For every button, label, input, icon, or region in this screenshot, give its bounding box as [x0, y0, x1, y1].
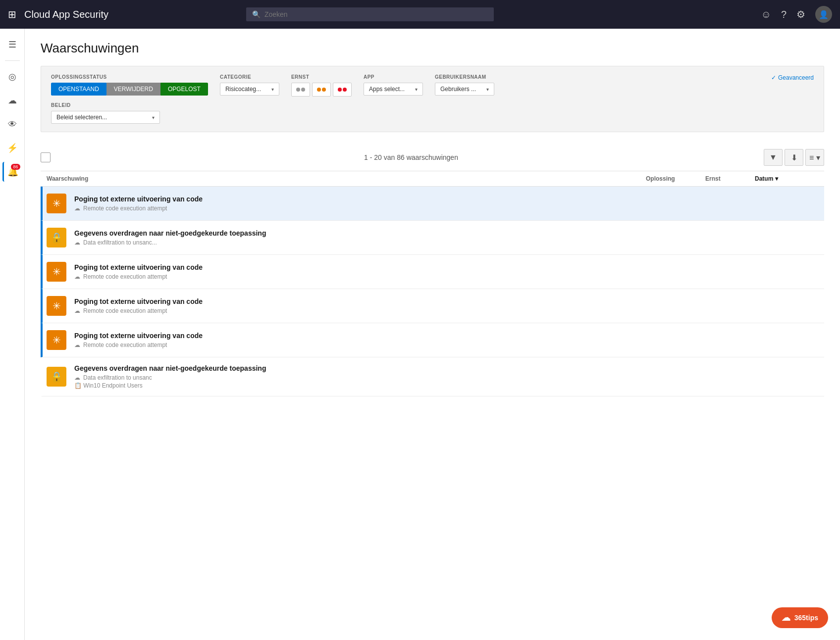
category-value: Risicocateg...	[225, 86, 261, 93]
view-button[interactable]: ≡ ▾	[805, 149, 824, 166]
policy-value: Beleid selecteren...	[56, 114, 107, 121]
gear-icon[interactable]: ⚙	[796, 8, 805, 20]
select-all-checkbox[interactable]	[41, 152, 51, 162]
app-title: Cloud App Security	[24, 9, 108, 20]
category-chevron-icon: ▾	[271, 87, 274, 92]
alert-content-2: Poging tot externe uitvoering van code ☁…	[74, 263, 646, 280]
table-row[interactable]: 🔒 Gegevens overdragen naar niet-goedgeke…	[41, 357, 824, 396]
col-header-solution: Oplossing	[646, 175, 705, 182]
download-button[interactable]: ⬇	[785, 149, 803, 166]
table-row[interactable]: ✳ Poging tot externe uitvoering van code…	[41, 289, 824, 323]
help-icon[interactable]: ?	[781, 9, 787, 20]
sev-dot-gray-1	[296, 88, 300, 92]
policy-filter-group: BELEID Beleid selecteren... ▾	[51, 102, 160, 124]
smiley-icon[interactable]: ☺	[761, 9, 771, 20]
alert-content-1: Gegevens overdragen naar niet-goedgekeur…	[74, 229, 646, 246]
filter-button[interactable]: ▼	[764, 149, 783, 166]
username-filter-group: GEBRUIKERSNAAM Gebruikers ... ▾	[435, 74, 494, 96]
top-nav: ⊞ Cloud App Security 🔍 ☺ ? ⚙ 👤	[0, 0, 840, 29]
alert-title-0: Poging tot externe uitvoering van code	[74, 195, 646, 203]
avatar[interactable]: 👤	[815, 6, 832, 23]
sev-dot-orange-1	[317, 88, 321, 92]
table-row[interactable]: 🔒 Gegevens overdragen naar niet-goedgeke…	[41, 221, 824, 255]
status-btn-openstaand[interactable]: OPENSTAAND	[51, 83, 106, 96]
dashboard-icon: ◎	[8, 71, 16, 82]
cloud-small-icon: ☁	[74, 374, 80, 381]
main-content: Waarschuwingen OPLOSSINGSSTATUS OPENSTAA…	[25, 29, 840, 640]
cloud-small-icon: ☁	[74, 307, 80, 314]
view-icon: ≡ ▾	[809, 153, 820, 162]
cloud-small-icon: ☁	[74, 205, 80, 212]
watermark-icon: ☁	[782, 612, 790, 623]
alert-content-4: Poging tot externe uitvoering van code ☁…	[74, 332, 646, 348]
app-filter-group: APP Apps select... ▾	[364, 74, 423, 96]
col-header-datum[interactable]: Datum ▾	[755, 175, 824, 182]
app-chevron-icon: ▾	[415, 87, 418, 92]
cloud-icon: ☁	[8, 95, 17, 106]
alert-icon-0: ✳	[47, 194, 66, 213]
alert-content-3: Poging tot externe uitvoering van code ☁…	[74, 297, 646, 314]
sev-dot-red-1	[338, 88, 342, 92]
sev-dot-red-2	[343, 88, 347, 92]
sev-btn-low[interactable]	[291, 83, 310, 97]
username-value: Gebruikers ...	[440, 86, 476, 93]
table-row[interactable]: ✳ Poging tot externe uitvoering van code…	[41, 255, 824, 289]
sort-icon: ▾	[775, 175, 778, 182]
alert-sub-4: ☁ Remote code execution attempt	[74, 342, 646, 348]
alert-title-1: Gegevens overdragen naar niet-goedgekeur…	[74, 229, 646, 237]
status-label: OPLOSSINGSSTATUS	[51, 74, 208, 80]
sidebar-item-control[interactable]: ⚡	[2, 138, 22, 158]
username-label: GEBRUIKERSNAAM	[435, 74, 494, 80]
filter-row-1: OPLOSSINGSSTATUS OPENSTAAND VERWIJDERD O…	[51, 74, 814, 97]
sev-btn-high[interactable]	[333, 83, 352, 97]
search-bar[interactable]: 🔍	[246, 7, 494, 21]
alert-sub-0: ☁ Remote code execution attempt	[74, 205, 646, 212]
alerts-badge: 86	[11, 164, 20, 170]
alert-icon-5: 🔒	[47, 367, 66, 387]
sev-dot-gray-2	[301, 88, 305, 92]
grid-icon[interactable]: ⊞	[8, 8, 16, 20]
alert-sub-2: ☁ Remote code execution attempt	[74, 273, 646, 280]
alert-content-0: Poging tot externe uitvoering van code ☁…	[74, 195, 646, 212]
alert-sub-5: ☁ Data exfiltration to unsanc	[74, 374, 646, 381]
sidebar-item-cloud[interactable]: ☁	[2, 91, 22, 110]
username-select[interactable]: Gebruikers ... ▾	[435, 83, 494, 96]
policy-select[interactable]: Beleid selecteren... ▾	[51, 111, 160, 124]
filter-bar: OPLOSSINGSSTATUS OPENSTAAND VERWIJDERD O…	[41, 66, 824, 132]
alert-sub-1: ☁ Data exfiltration to unsanc...	[74, 239, 646, 246]
status-btn-opgelost[interactable]: OPGELOST	[160, 83, 208, 96]
datum-label: Datum	[755, 175, 773, 182]
status-btn-verwijderd[interactable]: VERWIJDERD	[106, 83, 160, 96]
table-row[interactable]: ✳ Poging tot externe uitvoering van code…	[41, 323, 824, 357]
severity-filter-group: ERNST	[291, 74, 352, 97]
alert-content-5: Gegevens overdragen naar niet-goedgekeur…	[74, 364, 646, 389]
table-row[interactable]: ✳ Poging tot externe uitvoering van code…	[41, 187, 824, 221]
category-select[interactable]: Risicocateg... ▾	[220, 83, 279, 96]
cloud-small-icon: ☁	[74, 342, 80, 348]
table-header: Waarschuwing Oplossing Ernst Datum ▾	[41, 171, 824, 187]
alert-title-3: Poging tot externe uitvoering van code	[74, 297, 646, 305]
search-input[interactable]	[264, 10, 488, 18]
watermark-text: 365tips	[794, 614, 818, 622]
policy-label: BELEID	[51, 102, 160, 108]
menu-icon: ☰	[8, 39, 16, 50]
sev-btn-medium[interactable]	[312, 83, 331, 97]
sidebar-item-investigate[interactable]: 👁	[2, 114, 22, 134]
investigate-icon: 👁	[8, 119, 17, 130]
toolbar-actions: ▼ ⬇ ≡ ▾	[764, 149, 824, 166]
alerts-list: ✳ Poging tot externe uitvoering van code…	[41, 187, 824, 396]
advanced-link[interactable]: ✓ Geavanceerd	[771, 74, 814, 81]
category-filter-group: CATEGORIE Risicocateg... ▾	[220, 74, 279, 96]
alert-title-2: Poging tot externe uitvoering van code	[74, 263, 646, 271]
alert-icon-4: ✳	[47, 330, 66, 350]
app-select[interactable]: Apps select... ▾	[364, 83, 423, 96]
app-value: Apps select...	[369, 86, 405, 93]
severity-buttons	[291, 83, 352, 97]
sidebar-item-menu[interactable]: ☰	[2, 35, 22, 54]
sidebar-item-dashboard[interactable]: ◎	[2, 67, 22, 87]
control-icon: ⚡	[7, 143, 18, 153]
filter-icon: ▼	[769, 153, 777, 162]
checkmark-icon: ✓	[771, 74, 776, 81]
alert-icon-1: 🔒	[47, 228, 66, 247]
sidebar-item-alerts[interactable]: 🔔 86	[2, 162, 22, 182]
